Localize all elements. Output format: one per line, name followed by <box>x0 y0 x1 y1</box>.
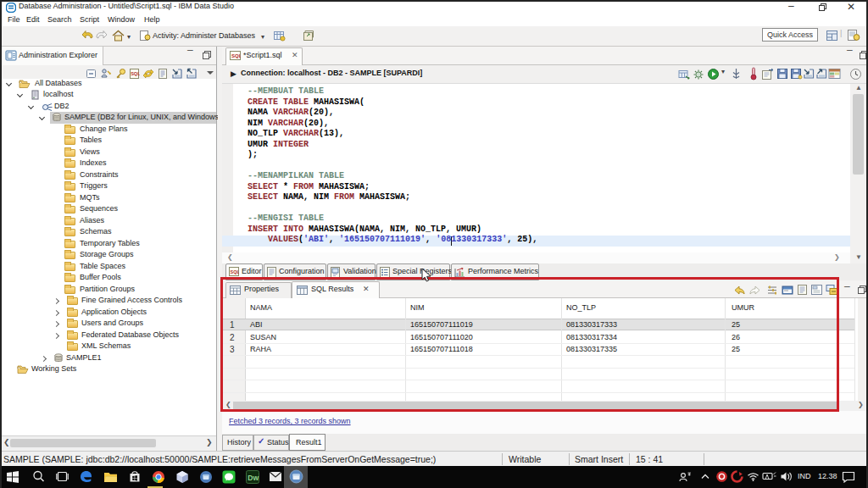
svg-text:SQL: SQL <box>131 71 140 76</box>
svg-text:SQL: SQL <box>231 53 241 58</box>
svg-text:Dw: Dw <box>248 474 259 482</box>
svg-text:SQL: SQL <box>231 269 239 274</box>
